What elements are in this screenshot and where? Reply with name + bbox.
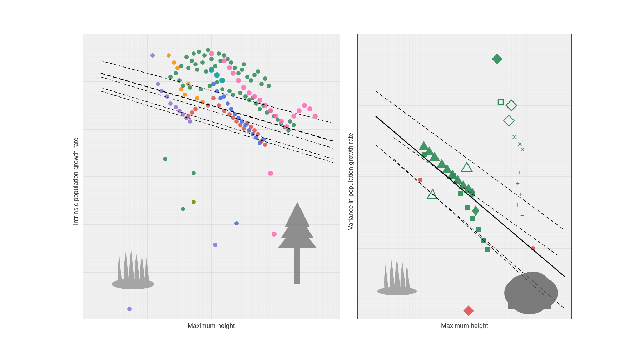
svg-point-112 (186, 66, 190, 70)
svg-point-113 (195, 68, 199, 72)
svg-point-114 (204, 69, 208, 74)
svg-point-193 (229, 107, 233, 111)
svg-point-230 (291, 114, 296, 119)
right-chart-area: 0.1 1 10 10¹ 10⁰ 10⁻¹ 10⁻² 10⁻³ (357, 34, 572, 319)
charts-wrapper: Intrinsic population growth rate (58, 26, 586, 337)
svg-point-218 (227, 65, 232, 70)
svg-point-159 (163, 157, 167, 161)
svg-point-107 (193, 62, 198, 66)
svg-text:✕: ✕ (512, 133, 517, 140)
svg-point-188 (211, 82, 216, 86)
svg-point-186 (190, 110, 194, 115)
svg-point-238 (209, 67, 214, 73)
svg-text:+: + (516, 180, 520, 187)
svg-point-221 (241, 85, 246, 90)
svg-rect-369 (508, 295, 551, 309)
svg-point-217 (222, 58, 227, 63)
svg-point-194 (233, 112, 237, 116)
svg-point-110 (200, 60, 205, 65)
svg-point-226 (268, 108, 273, 113)
svg-point-143 (238, 91, 242, 95)
main-container: Intrinsic population growth rate (0, 0, 644, 363)
left-chart-inner: 0.01 0.1 1 10 100 10⁰ 10⁻² 10⁻⁴ 10⁻⁶ (83, 34, 340, 330)
right-x-axis-label: Maximum height (441, 322, 488, 330)
right-chart-inner: 0.1 1 10 10¹ 10⁰ 10⁻¹ 10⁻² 10⁻³ (357, 34, 572, 330)
svg-point-214 (127, 307, 132, 311)
svg-point-215 (213, 243, 217, 247)
svg-point-115 (213, 64, 217, 68)
svg-rect-348 (465, 205, 470, 210)
svg-point-208 (168, 101, 173, 106)
svg-point-229 (284, 124, 289, 129)
right-chart-outer: Variance in population growth rate (347, 34, 572, 330)
svg-point-203 (234, 221, 239, 225)
left-x-axis-label: Maximum height (188, 322, 235, 330)
svg-point-197 (243, 123, 248, 127)
svg-point-192 (226, 101, 230, 106)
svg-point-232 (302, 103, 307, 108)
svg-point-144 (243, 94, 248, 99)
svg-point-157 (288, 119, 292, 124)
svg-point-125 (245, 75, 249, 79)
svg-text:+: + (520, 212, 524, 219)
svg-point-216 (209, 51, 214, 56)
svg-point-133 (168, 75, 173, 79)
left-chart-area: 0.01 0.1 1 10 100 10⁰ 10⁻² 10⁻⁴ 10⁻⁶ (83, 34, 340, 319)
svg-text:✕: ✕ (520, 146, 525, 153)
svg-point-228 (279, 119, 284, 124)
svg-point-191 (222, 94, 226, 99)
svg-point-165 (179, 87, 183, 91)
svg-point-224 (257, 98, 262, 103)
svg-rect-247 (294, 248, 300, 284)
svg-text:+: + (516, 201, 520, 208)
svg-point-162 (167, 53, 171, 58)
svg-point-201 (258, 141, 262, 145)
svg-point-184 (263, 143, 267, 147)
svg-point-108 (206, 48, 210, 52)
svg-point-213 (188, 119, 192, 124)
svg-point-205 (156, 82, 160, 86)
svg-point-127 (252, 73, 257, 77)
svg-point-109 (209, 57, 214, 61)
svg-point-198 (247, 128, 251, 133)
svg-point-132 (174, 71, 178, 75)
svg-rect-347 (458, 191, 463, 196)
svg-point-164 (175, 66, 180, 70)
svg-point-118 (222, 53, 226, 58)
svg-point-123 (240, 68, 244, 72)
svg-point-158 (292, 123, 296, 127)
svg-point-121 (233, 66, 237, 70)
svg-point-131 (267, 84, 271, 88)
left-y-axis-label: Intrinsic population growth rate (72, 138, 80, 225)
svg-point-237 (192, 200, 196, 204)
svg-point-166 (183, 93, 187, 97)
svg-point-141 (227, 89, 232, 93)
left-chart-outer: Intrinsic population growth rate (72, 34, 340, 330)
svg-point-122 (236, 71, 241, 75)
svg-point-168 (195, 96, 199, 100)
svg-point-233 (307, 106, 312, 111)
svg-rect-350 (476, 227, 481, 232)
svg-point-239 (214, 72, 220, 78)
svg-point-223 (252, 94, 257, 99)
svg-point-212 (184, 116, 189, 120)
svg-point-174 (227, 112, 232, 116)
svg-point-227 (273, 114, 278, 119)
svg-point-171 (211, 96, 216, 100)
svg-point-117 (217, 51, 221, 56)
svg-point-106 (190, 59, 194, 63)
svg-point-126 (249, 78, 253, 83)
svg-rect-349 (470, 216, 475, 221)
svg-point-172 (217, 103, 221, 108)
svg-point-220 (236, 78, 241, 83)
svg-point-219 (231, 71, 236, 76)
svg-point-355 (418, 178, 422, 182)
svg-point-240 (219, 78, 225, 83)
svg-point-204 (150, 53, 155, 58)
svg-point-231 (297, 108, 302, 113)
svg-point-128 (256, 69, 260, 74)
svg-point-105 (202, 53, 207, 58)
svg-point-209 (174, 105, 178, 109)
svg-point-160 (192, 171, 196, 175)
svg-point-129 (259, 82, 264, 86)
